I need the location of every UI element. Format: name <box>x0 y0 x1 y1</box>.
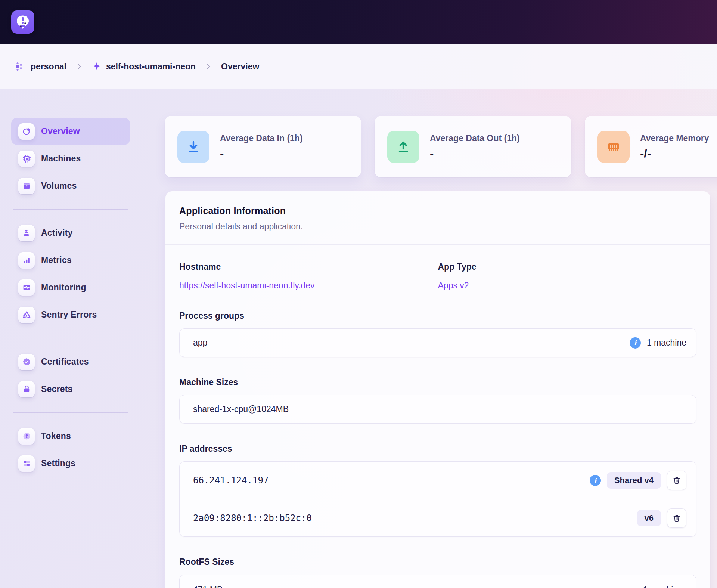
sidebar-item-tokens[interactable]: Tokens <box>11 423 130 450</box>
stat-value: - <box>430 147 520 160</box>
sidebar-label: Machines <box>41 154 81 164</box>
process-groups-label: Process groups <box>179 311 696 321</box>
sidebar-item-metrics[interactable]: Metrics <box>11 247 130 274</box>
app-type-link[interactable]: Apps v2 <box>438 281 469 291</box>
sidebar-nav: Overview Machines Volumes Activity <box>11 118 130 477</box>
machines-icon <box>18 151 35 167</box>
delete-ip-button[interactable] <box>667 508 686 528</box>
machine-size-value: shared-1x-cpu@1024MB <box>193 404 289 414</box>
process-group-row: app i 1 machine <box>179 328 696 357</box>
breadcrumb: personal self-host-umami-neon Overview <box>0 44 717 89</box>
sidebar-label: Activity <box>41 228 73 238</box>
sidebar-item-settings[interactable]: Settings <box>11 450 130 477</box>
keyhole-icon <box>18 428 35 445</box>
ip-address: 66.241.124.197 <box>193 475 269 486</box>
org-dots-icon <box>14 61 25 72</box>
rootfs-sizes-label: RootFS Sizes <box>179 557 696 567</box>
page: personal self-host-umami-neon Overview O… <box>0 0 717 588</box>
application-information-card: Application Information Personal details… <box>165 191 710 588</box>
card-header: Application Information Personal details… <box>165 191 710 244</box>
stat-title: Average Memory <box>640 133 709 143</box>
stats-row: Average Data In (1h) - Average Data Out … <box>165 116 717 177</box>
ip-type-badge: Shared v4 <box>607 472 661 489</box>
ip-addresses-label: IP addresses <box>179 444 696 454</box>
card-subtitle: Personal details and application. <box>179 222 696 232</box>
sidebar-label: Overview <box>41 126 80 136</box>
ip-row-actions: i Shared v4 <box>590 471 686 490</box>
ip-row-v4: 66.241.124.197 i Shared v4 <box>180 462 696 499</box>
hostname-apptype-row: Hostname https://self-host-umami-neon.fl… <box>179 262 696 291</box>
ip-addresses-section: IP addresses 66.241.124.197 i Shared v4 <box>179 444 696 537</box>
memory-icon <box>598 131 630 163</box>
hostname-label: Hostname <box>179 262 438 272</box>
info-icon[interactable]: i <box>630 337 641 349</box>
ip-address: 2a09:8280:1::2b:b52c:0 <box>193 513 312 523</box>
app-type-label: App Type <box>438 262 697 272</box>
sidebar-item-sentry-errors[interactable]: Sentry Errors <box>11 301 130 328</box>
sidebar-item-overview[interactable]: Overview <box>11 118 130 145</box>
certificate-badge-icon <box>18 354 35 370</box>
sentry-icon <box>18 307 35 323</box>
sidebar-divider <box>13 338 128 338</box>
sidebar-label: Secrets <box>41 384 73 394</box>
breadcrumb-app[interactable]: self-host-umami-neon <box>106 62 196 72</box>
rootfs-row: 471 MB 1 machine <box>179 575 696 588</box>
sidebar-divider <box>13 209 128 210</box>
rootfs-row-meta: 1 machine <box>643 585 683 588</box>
sidebar-divider <box>13 412 128 413</box>
card-title: Application Information <box>179 205 696 216</box>
app-type-field: App Type Apps v2 <box>438 262 697 291</box>
stat-value: -/- <box>640 147 709 160</box>
volumes-icon <box>18 178 35 194</box>
stat-text: Average Memory -/- <box>640 133 709 160</box>
machine-count: 1 machine <box>647 338 686 348</box>
card-body: Hostname https://self-host-umami-neon.fl… <box>165 245 710 588</box>
machine-size-row: shared-1x-cpu@1024MB <box>179 395 696 424</box>
lock-icon <box>18 381 35 397</box>
process-group-meta: i 1 machine <box>630 337 686 349</box>
stat-title: Average Data In (1h) <box>220 133 303 143</box>
stat-title: Average Data Out (1h) <box>430 133 520 143</box>
stat-card-memory: Average Memory -/- <box>585 116 717 177</box>
metrics-icon <box>18 252 35 269</box>
rootfs-size-value: 471 MB <box>193 585 223 588</box>
ip-row-actions: v6 <box>637 508 686 528</box>
stat-text: Average Data Out (1h) - <box>430 133 520 160</box>
activity-icon <box>18 225 35 241</box>
fly-logo[interactable] <box>11 10 34 34</box>
ip-type-badge: v6 <box>637 510 661 526</box>
rootfs-sizes-section: RootFS Sizes 471 MB 1 machine <box>179 557 696 588</box>
trash-icon <box>672 514 681 523</box>
sidebar-label: Volumes <box>41 181 77 191</box>
top-navbar <box>0 0 717 44</box>
sidebar-item-machines[interactable]: Machines <box>11 145 130 172</box>
hostname-field: Hostname https://self-host-umami-neon.fl… <box>179 262 438 291</box>
machine-count: 1 machine <box>643 585 683 588</box>
sidebar-label: Tokens <box>41 431 71 441</box>
breadcrumb-page[interactable]: Overview <box>221 62 259 72</box>
toggles-icon <box>18 455 35 472</box>
process-groups-section: Process groups app i 1 machine <box>179 311 696 357</box>
sidebar-item-certificates[interactable]: Certificates <box>11 348 130 375</box>
sidebar-label: Metrics <box>41 255 72 265</box>
sidebar-label: Settings <box>41 458 75 468</box>
sidebar-label: Certificates <box>41 357 89 367</box>
machine-sizes-section: Machine Sizes shared-1x-cpu@1024MB <box>179 377 696 424</box>
ip-row-v6: 2a09:8280:1::2b:b52c:0 v6 <box>180 499 696 536</box>
sidebar-item-secrets[interactable]: Secrets <box>11 375 130 403</box>
monitoring-icon <box>18 279 35 296</box>
breadcrumb-org[interactable]: personal <box>31 62 66 72</box>
process-group-name: app <box>193 338 207 348</box>
stat-value: - <box>220 147 303 160</box>
stat-text: Average Data In (1h) - <box>220 133 303 160</box>
chevron-right-icon <box>205 62 211 71</box>
info-icon[interactable]: i <box>590 475 601 486</box>
hostname-link[interactable]: https://self-host-umami-neon.fly.dev <box>179 281 315 291</box>
machine-sizes-label: Machine Sizes <box>179 377 696 387</box>
sidebar-item-volumes[interactable]: Volumes <box>11 172 130 199</box>
sidebar-label: Sentry Errors <box>41 310 97 320</box>
sidebar-item-monitoring[interactable]: Monitoring <box>11 274 130 301</box>
delete-ip-button[interactable] <box>667 471 686 490</box>
sidebar-item-activity[interactable]: Activity <box>11 219 130 247</box>
sidebar-label: Monitoring <box>41 282 86 293</box>
